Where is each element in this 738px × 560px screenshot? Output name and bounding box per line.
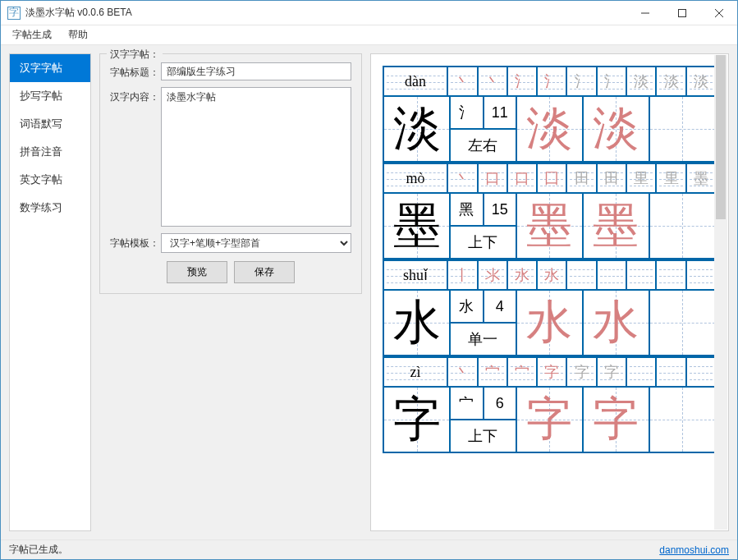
- main-char: 水: [384, 291, 451, 356]
- main-char: 淡: [384, 97, 451, 163]
- stroke-cell: [657, 261, 686, 291]
- radical-cell: 黑: [451, 194, 484, 225]
- stroke-cell: 宀: [479, 358, 508, 388]
- char-row: shuǐ丨氺水水水水4单一水水: [383, 259, 717, 356]
- preview-panel: dàn丶丶氵氵氵氵淡淡淡淡氵11左右淡淡mò丶口口囗田田里里墨墨黑15上下墨墨s…: [370, 53, 729, 531]
- radical-cell: 宀: [451, 388, 484, 419]
- radical-cell: 水: [451, 291, 484, 322]
- stroke-count-cell: 15: [484, 194, 518, 225]
- practice-cell: [650, 291, 717, 356]
- sidebar-item-dictation[interactable]: 词语默写: [10, 110, 90, 138]
- pinyin-cell: zì: [384, 358, 448, 388]
- stroke-cell: 田: [598, 164, 627, 194]
- save-button[interactable]: 保存: [234, 261, 295, 283]
- practice-cell: 淡: [584, 97, 650, 163]
- sidebar-item-math[interactable]: 数学练习: [10, 194, 90, 222]
- stroke-cell: 字: [567, 358, 597, 388]
- close-button[interactable]: [700, 1, 737, 25]
- stroke-cell: 氺: [479, 261, 508, 291]
- menubar: 字帖生成 帮助: [1, 25, 737, 45]
- structure-cell: 单一: [451, 324, 517, 356]
- stroke-cell: 里: [627, 164, 657, 194]
- char-row: zì丶宀宀字字字字宀6上下字字: [383, 356, 717, 453]
- stroke-cell: 水: [508, 261, 538, 291]
- stroke-cell: [687, 358, 717, 388]
- stroke-cell: 氵: [508, 67, 538, 97]
- practice-cell: [650, 97, 717, 163]
- stroke-cell: 里: [657, 164, 686, 194]
- info-col: 黑15上下: [451, 194, 517, 259]
- practice-cell: 字: [584, 388, 650, 453]
- stroke-cell: [567, 261, 597, 291]
- maximize-button[interactable]: [663, 1, 700, 25]
- stroke-cell: [627, 358, 657, 388]
- titlebar: 字 淡墨水字帖 v0.0.6 BETA: [1, 1, 737, 25]
- menu-generate[interactable]: 字帖生成: [4, 26, 60, 44]
- stroke-cell: 口: [479, 164, 508, 194]
- radical-cell: 氵: [451, 97, 484, 128]
- stroke-cell: [657, 358, 686, 388]
- status-message: 字帖已生成。: [9, 543, 68, 557]
- sidebar-item-hanzi[interactable]: 汉字字帖: [10, 54, 90, 82]
- stroke-cell: 氵: [567, 67, 597, 97]
- content-textarea[interactable]: [161, 87, 351, 227]
- window-title: 淡墨水字帖 v0.0.6 BETA: [25, 6, 626, 20]
- info-col: 宀6上下: [451, 388, 517, 453]
- preview-content: dàn丶丶氵氵氵氵淡淡淡淡氵11左右淡淡mò丶口口囗田田里里墨墨黑15上下墨墨s…: [383, 66, 717, 519]
- stroke-cell: [627, 261, 657, 291]
- stroke-cell: 淡: [627, 67, 657, 97]
- stroke-cell: 淡: [687, 67, 717, 97]
- stroke-count-cell: 11: [484, 97, 518, 128]
- pinyin-cell: dàn: [384, 67, 448, 97]
- title-input[interactable]: [161, 62, 351, 80]
- stroke-cell: 字: [598, 358, 627, 388]
- website-link[interactable]: danmoshui.com: [659, 544, 729, 556]
- practice-cell: 水: [584, 291, 650, 356]
- stroke-cell: 墨: [687, 164, 717, 194]
- scrollbar[interactable]: [714, 55, 727, 530]
- scrollbar-thumb[interactable]: [716, 55, 726, 219]
- pinyin-cell: shuǐ: [384, 261, 448, 291]
- practice-cell: 墨: [584, 194, 650, 259]
- group-title: 汉字字帖：: [107, 48, 163, 62]
- practice-cell: [650, 194, 717, 259]
- sidebar: 汉字字帖 抄写字帖 词语默写 拼音注音 英文字帖 数学练习: [9, 53, 91, 531]
- info-col: 氵11左右: [451, 97, 517, 163]
- char-row: mò丶口口囗田田里里墨墨黑15上下墨墨: [383, 163, 717, 259]
- window-controls: [626, 1, 737, 25]
- structure-cell: 上下: [451, 420, 517, 453]
- svg-rect-1: [678, 9, 685, 16]
- stroke-cell: 田: [567, 164, 597, 194]
- sidebar-item-copy[interactable]: 抄写字帖: [10, 82, 90, 110]
- template-label: 字帖模板：: [110, 233, 161, 250]
- stroke-cell: 宀: [508, 358, 538, 388]
- info-col: 水4单一: [451, 291, 517, 356]
- form-panel: 汉字字帖： 字帖标题： 汉字内容： 字帖模板： 汉字+笔顺+字型部首 预览 保存: [99, 53, 362, 531]
- stroke-cell: 淡: [657, 67, 686, 97]
- stroke-cell: 氵: [538, 67, 567, 97]
- menu-help[interactable]: 帮助: [60, 26, 96, 44]
- statusbar: 字帖已生成。 danmoshui.com: [1, 539, 737, 559]
- practice-cell: 字: [517, 388, 584, 453]
- stroke-cell: [598, 261, 627, 291]
- sidebar-item-english[interactable]: 英文字帖: [10, 166, 90, 194]
- stroke-cell: 口: [508, 164, 538, 194]
- main-char: 字: [384, 388, 451, 453]
- stroke-cell: 丨: [448, 261, 478, 291]
- practice-cell: 墨: [517, 194, 584, 259]
- preview-button[interactable]: 预览: [167, 261, 227, 283]
- stroke-count-cell: 6: [484, 388, 518, 419]
- stroke-cell: [687, 261, 717, 291]
- sidebar-item-pinyin[interactable]: 拼音注音: [10, 138, 90, 166]
- main-char: 墨: [384, 194, 451, 259]
- practice-cell: [650, 388, 717, 453]
- title-label: 字帖标题：: [110, 62, 161, 80]
- practice-cell: 淡: [517, 97, 584, 163]
- minimize-button[interactable]: [626, 1, 663, 25]
- structure-cell: 左右: [451, 130, 517, 163]
- template-select[interactable]: 汉字+笔顺+字型部首: [161, 233, 351, 253]
- pinyin-cell: mò: [384, 164, 448, 194]
- form-group: 汉字字帖： 字帖标题： 汉字内容： 字帖模板： 汉字+笔顺+字型部首 预览 保存: [99, 53, 362, 294]
- stroke-cell: 囗: [538, 164, 567, 194]
- stroke-cell: 氵: [598, 67, 627, 97]
